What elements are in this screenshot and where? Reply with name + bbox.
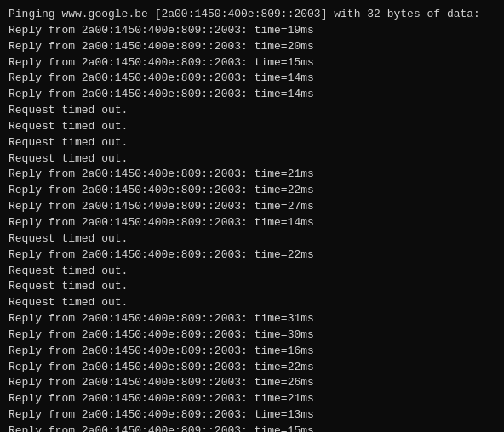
terminal-line: Pinging www.google.be [2a00:1450:400e:80… — [9, 7, 495, 23]
terminal-line: Reply from 2a00:1450:400e:809::2003: tim… — [9, 183, 495, 199]
terminal-line: Reply from 2a00:1450:400e:809::2003: tim… — [9, 39, 495, 55]
terminal-line: Reply from 2a00:1450:400e:809::2003: tim… — [9, 360, 495, 376]
terminal-line: Reply from 2a00:1450:400e:809::2003: tim… — [9, 391, 495, 407]
terminal-line: Reply from 2a00:1450:400e:809::2003: tim… — [9, 247, 495, 264]
terminal-line: Request timed out. — [9, 103, 495, 119]
terminal-line: Reply from 2a00:1450:400e:809::2003: tim… — [9, 87, 495, 103]
terminal-line: Reply from 2a00:1450:400e:809::2003: tim… — [9, 199, 495, 215]
terminal-line: Reply from 2a00:1450:400e:809::2003: tim… — [9, 215, 495, 231]
terminal-line: Request timed out. — [9, 264, 495, 280]
terminal-line: Reply from 2a00:1450:400e:809::2003: tim… — [9, 423, 495, 432]
terminal-line: Request timed out. — [9, 231, 495, 247]
terminal-line: Request timed out. — [9, 151, 495, 168]
terminal-line: Request timed out. — [9, 135, 495, 151]
terminal-line: Reply from 2a00:1450:400e:809::2003: tim… — [9, 71, 495, 87]
terminal-line: Reply from 2a00:1450:400e:809::2003: tim… — [9, 167, 495, 183]
terminal-line: Reply from 2a00:1450:400e:809::2003: tim… — [9, 23, 495, 39]
terminal-line: Reply from 2a00:1450:400e:809::2003: tim… — [9, 407, 495, 423]
terminal-line: Reply from 2a00:1450:400e:809::2003: tim… — [9, 55, 495, 71]
terminal-line: Reply from 2a00:1450:400e:809::2003: tim… — [9, 311, 495, 327]
terminal-line: Reply from 2a00:1450:400e:809::2003: tim… — [9, 327, 495, 344]
terminal-line: Request timed out. — [9, 119, 495, 135]
terminal-output: Pinging www.google.be [2a00:1450:400e:80… — [9, 7, 495, 432]
terminal-line: Reply from 2a00:1450:400e:809::2003: tim… — [9, 375, 495, 391]
terminal-line: Request timed out. — [9, 295, 495, 311]
terminal-line: Reply from 2a00:1450:400e:809::2003: tim… — [9, 344, 495, 360]
terminal-line: Request timed out. — [9, 279, 495, 295]
